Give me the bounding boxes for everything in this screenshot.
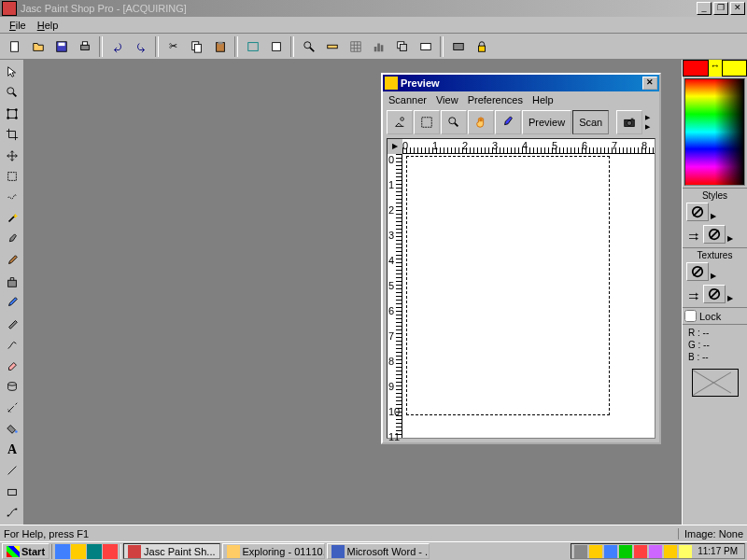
menu-help[interactable]: Help xyxy=(32,18,64,33)
preview-titlebar[interactable]: Preview ✕ xyxy=(383,75,659,91)
menubar: File Help xyxy=(0,17,747,34)
preview-camera-button[interactable] xyxy=(616,110,642,134)
svg-point-28 xyxy=(15,117,18,119)
redo-button[interactable] xyxy=(130,36,151,57)
grid-button[interactable] xyxy=(345,36,366,57)
tray-icon-5[interactable] xyxy=(634,545,647,558)
flood-fill-tool[interactable] xyxy=(2,419,22,440)
cut-button[interactable]: ✂ xyxy=(162,36,184,57)
normal-view-button[interactable] xyxy=(265,36,287,57)
paintbrush-tool[interactable] xyxy=(2,251,22,272)
svg-point-34 xyxy=(7,409,8,410)
layers-button[interactable] xyxy=(391,36,413,57)
freehand-tool[interactable] xyxy=(2,188,22,208)
preview-menu-preferences[interactable]: Preferences xyxy=(468,94,523,105)
svg-rect-15 xyxy=(377,43,380,51)
text-tool[interactable]: A xyxy=(2,440,22,460)
task-word[interactable]: Microsoft Word - ... xyxy=(327,543,430,559)
zoom-button[interactable] xyxy=(298,36,319,57)
open-button[interactable] xyxy=(27,36,49,57)
preview-nav-up[interactable]: ▶ xyxy=(645,114,650,121)
style-bg[interactable] xyxy=(703,225,726,244)
clone-tool[interactable] xyxy=(2,272,22,292)
clock[interactable]: 11:17 PM xyxy=(694,546,741,556)
swap-colors-icon[interactable]: ↔ xyxy=(709,60,722,77)
close-button[interactable]: ✕ xyxy=(730,2,745,15)
retouch-tool[interactable] xyxy=(2,314,22,334)
preview-scan-button[interactable]: Scan xyxy=(572,110,609,134)
ql-desktop-icon[interactable] xyxy=(87,544,102,559)
selection-tool[interactable] xyxy=(2,167,22,188)
ruler-button[interactable] xyxy=(321,36,343,57)
texture-fg[interactable] xyxy=(686,262,709,281)
new-button[interactable] xyxy=(4,36,25,57)
tray-volume-icon[interactable] xyxy=(679,545,692,558)
vector-tool[interactable] xyxy=(2,503,22,524)
twain-button[interactable] xyxy=(447,36,469,57)
eraser-tool[interactable] xyxy=(2,356,22,376)
zoom-tool[interactable] xyxy=(2,83,22,104)
ql-outlook-icon[interactable] xyxy=(71,544,86,559)
scratch-tool[interactable] xyxy=(2,335,22,356)
background-color[interactable] xyxy=(722,60,747,77)
arrow-tool[interactable] xyxy=(2,62,22,82)
preview-select-button[interactable] xyxy=(414,110,440,134)
crop-tool[interactable] xyxy=(2,125,22,146)
mover-tool[interactable] xyxy=(2,146,22,166)
preview-config-button[interactable] xyxy=(387,110,413,134)
print-button[interactable] xyxy=(74,36,95,57)
deform-tool[interactable] xyxy=(2,104,22,124)
histogram-button[interactable] xyxy=(368,36,389,57)
tray-icon-6[interactable] xyxy=(649,545,662,558)
preview-preview-button[interactable]: Preview xyxy=(522,110,571,134)
color-replacer-tool[interactable] xyxy=(2,293,22,314)
color-picker[interactable] xyxy=(684,78,745,186)
svg-line-37 xyxy=(8,467,17,475)
preview-nav-down[interactable]: ▶ xyxy=(645,123,650,131)
preview-hand-button[interactable] xyxy=(468,110,494,134)
info-button[interactable] xyxy=(415,36,436,57)
shapes-tool[interactable] xyxy=(2,482,22,502)
tray-icon-4[interactable] xyxy=(619,545,632,558)
foreground-color[interactable] xyxy=(683,60,709,77)
ruler-corner[interactable]: ▶ xyxy=(388,139,402,154)
start-button[interactable]: Start xyxy=(2,543,49,559)
draw-tool[interactable] xyxy=(2,461,22,482)
task-exploring[interactable]: Exploring - 01110... xyxy=(222,543,325,559)
save-button[interactable] xyxy=(50,36,72,57)
tray-icon-3[interactable] xyxy=(604,545,617,558)
task-paintshop[interactable]: Jasc Paint Sh... xyxy=(123,543,219,559)
scan-marquee[interactable] xyxy=(406,156,610,415)
undo-button[interactable] xyxy=(106,36,128,57)
ql-channels-icon[interactable] xyxy=(103,544,118,559)
copy-button[interactable] xyxy=(186,36,207,57)
preview-menu-scanner[interactable]: Scanner xyxy=(388,94,427,105)
preview-zoom-button[interactable] xyxy=(441,110,467,134)
fullscreen-button[interactable] xyxy=(242,36,263,57)
preview-close-button[interactable]: ✕ xyxy=(642,77,657,90)
preview-menu-view[interactable]: View xyxy=(436,94,458,105)
menu-file[interactable]: File xyxy=(4,18,32,33)
dropper-tool[interactable] xyxy=(2,230,22,250)
tray-icon-2[interactable] xyxy=(589,545,602,558)
lock-checkbox[interactable] xyxy=(684,310,697,322)
svg-rect-40 xyxy=(16,509,18,511)
paste-button[interactable] xyxy=(209,36,231,57)
minimize-button[interactable]: _ xyxy=(697,2,712,15)
preview-menu-help[interactable]: Help xyxy=(532,94,554,105)
tray-icon-7[interactable] xyxy=(664,545,677,558)
svg-rect-31 xyxy=(8,280,17,287)
magic-wand-tool[interactable] xyxy=(2,209,22,230)
svg-line-44 xyxy=(711,231,719,239)
tray-icon-1[interactable] xyxy=(574,545,587,558)
restore-button[interactable]: ❐ xyxy=(713,2,728,15)
picture-tube-tool[interactable] xyxy=(2,377,22,398)
style-fg[interactable] xyxy=(686,203,709,221)
airbrush-tool[interactable] xyxy=(2,398,22,418)
null-swatch[interactable] xyxy=(692,369,739,397)
ql-ie-icon[interactable] xyxy=(55,544,70,559)
texture-bg[interactable] xyxy=(703,285,726,303)
lock-button[interactable] xyxy=(471,36,492,57)
svg-rect-4 xyxy=(82,41,87,45)
preview-dropper-button[interactable] xyxy=(495,110,521,134)
